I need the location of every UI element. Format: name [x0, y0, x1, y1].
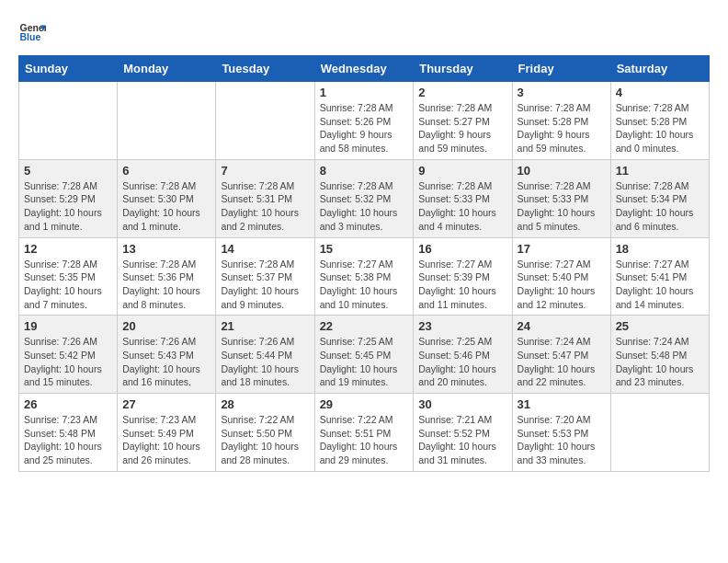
calendar-cell: 31Sunrise: 7:20 AM Sunset: 5:53 PM Dayli… [512, 394, 610, 472]
weekday-header: Monday [118, 56, 216, 82]
day-info: Sunrise: 7:28 AM Sunset: 5:34 PM Dayligh… [616, 179, 704, 234]
day-info: Sunrise: 7:26 AM Sunset: 5:42 PM Dayligh… [24, 335, 112, 389]
calendar-cell: 11Sunrise: 7:28 AM Sunset: 5:34 PM Dayli… [610, 159, 709, 237]
day-number: 23 [418, 319, 506, 333]
calendar-cell: 16Sunrise: 7:27 AM Sunset: 5:39 PM Dayli… [414, 237, 512, 316]
day-info: Sunrise: 7:23 AM Sunset: 5:48 PM Dayligh… [24, 413, 112, 467]
calendar-week-row: 1Sunrise: 7:28 AM Sunset: 5:26 PM Daylig… [19, 82, 710, 160]
calendar-week-row: 12Sunrise: 7:28 AM Sunset: 5:35 PM Dayli… [19, 237, 710, 316]
day-number: 30 [418, 397, 506, 411]
day-number: 16 [418, 242, 506, 256]
calendar-cell: 23Sunrise: 7:25 AM Sunset: 5:46 PM Dayli… [414, 316, 512, 394]
day-info: Sunrise: 7:27 AM Sunset: 5:39 PM Dayligh… [418, 258, 506, 312]
day-info: Sunrise: 7:27 AM Sunset: 5:41 PM Dayligh… [616, 258, 704, 312]
calendar-cell: 6Sunrise: 7:28 AM Sunset: 5:30 PM Daylig… [118, 159, 216, 237]
day-number: 10 [518, 164, 606, 178]
calendar-cell: 22Sunrise: 7:25 AM Sunset: 5:45 PM Dayli… [314, 316, 414, 394]
calendar-cell: 20Sunrise: 7:26 AM Sunset: 5:43 PM Dayli… [118, 316, 216, 394]
day-info: Sunrise: 7:21 AM Sunset: 5:52 PM Dayligh… [418, 413, 506, 467]
logo: General Blue [18, 18, 46, 46]
day-info: Sunrise: 7:26 AM Sunset: 5:43 PM Dayligh… [122, 335, 210, 389]
calendar-cell: 26Sunrise: 7:23 AM Sunset: 5:48 PM Dayli… [19, 394, 118, 472]
day-info: Sunrise: 7:28 AM Sunset: 5:27 PM Dayligh… [418, 101, 506, 155]
calendar-cell: 10Sunrise: 7:28 AM Sunset: 5:33 PM Dayli… [512, 159, 610, 237]
svg-text:Blue: Blue [20, 31, 41, 42]
calendar-header-row: SundayMondayTuesdayWednesdayThursdayFrid… [19, 56, 710, 82]
calendar-cell: 2Sunrise: 7:28 AM Sunset: 5:27 PM Daylig… [414, 82, 512, 160]
day-number: 1 [320, 86, 409, 99]
calendar-cell: 1Sunrise: 7:28 AM Sunset: 5:26 PM Daylig… [314, 82, 414, 160]
calendar-cell: 30Sunrise: 7:21 AM Sunset: 5:52 PM Dayli… [414, 394, 512, 472]
calendar-table: SundayMondayTuesdayWednesdayThursdayFrid… [18, 55, 710, 472]
day-number: 24 [518, 319, 606, 333]
calendar-cell: 5Sunrise: 7:28 AM Sunset: 5:29 PM Daylig… [19, 159, 118, 237]
day-info: Sunrise: 7:27 AM Sunset: 5:38 PM Dayligh… [320, 258, 409, 312]
calendar-cell: 13Sunrise: 7:28 AM Sunset: 5:36 PM Dayli… [118, 237, 216, 316]
day-number: 6 [122, 164, 210, 178]
day-number: 27 [122, 397, 210, 411]
day-info: Sunrise: 7:28 AM Sunset: 5:29 PM Dayligh… [24, 179, 112, 234]
day-number: 11 [616, 164, 704, 178]
calendar-week-row: 19Sunrise: 7:26 AM Sunset: 5:42 PM Dayli… [19, 316, 710, 394]
calendar-cell: 15Sunrise: 7:27 AM Sunset: 5:38 PM Dayli… [314, 237, 414, 316]
day-info: Sunrise: 7:28 AM Sunset: 5:36 PM Dayligh… [122, 258, 210, 312]
calendar-cell: 29Sunrise: 7:22 AM Sunset: 5:51 PM Dayli… [314, 394, 414, 472]
day-info: Sunrise: 7:25 AM Sunset: 5:46 PM Dayligh… [418, 335, 506, 389]
day-number: 21 [221, 319, 309, 333]
calendar-cell: 28Sunrise: 7:22 AM Sunset: 5:50 PM Dayli… [216, 394, 314, 472]
day-info: Sunrise: 7:28 AM Sunset: 5:35 PM Dayligh… [24, 258, 112, 312]
calendar-cell: 19Sunrise: 7:26 AM Sunset: 5:42 PM Dayli… [19, 316, 118, 394]
day-info: Sunrise: 7:28 AM Sunset: 5:37 PM Dayligh… [221, 258, 309, 312]
day-info: Sunrise: 7:28 AM Sunset: 5:26 PM Dayligh… [320, 101, 409, 155]
day-number: 3 [518, 86, 606, 99]
day-info: Sunrise: 7:26 AM Sunset: 5:44 PM Dayligh… [221, 335, 309, 389]
day-info: Sunrise: 7:23 AM Sunset: 5:49 PM Dayligh… [122, 413, 210, 467]
day-number: 25 [616, 319, 704, 333]
day-info: Sunrise: 7:27 AM Sunset: 5:40 PM Dayligh… [518, 258, 606, 312]
day-info: Sunrise: 7:28 AM Sunset: 5:33 PM Dayligh… [518, 179, 606, 234]
day-info: Sunrise: 7:28 AM Sunset: 5:28 PM Dayligh… [616, 101, 704, 155]
calendar-week-row: 5Sunrise: 7:28 AM Sunset: 5:29 PM Daylig… [19, 159, 710, 237]
day-info: Sunrise: 7:28 AM Sunset: 5:32 PM Dayligh… [320, 179, 409, 234]
day-info: Sunrise: 7:28 AM Sunset: 5:31 PM Dayligh… [221, 179, 309, 234]
calendar-cell: 18Sunrise: 7:27 AM Sunset: 5:41 PM Dayli… [610, 237, 709, 316]
day-number: 22 [320, 319, 409, 333]
calendar-cell: 17Sunrise: 7:27 AM Sunset: 5:40 PM Dayli… [512, 237, 610, 316]
day-number: 31 [518, 397, 606, 411]
logo-icon: General Blue [18, 18, 46, 46]
calendar-cell: 3Sunrise: 7:28 AM Sunset: 5:28 PM Daylig… [512, 82, 610, 160]
day-number: 18 [616, 242, 704, 256]
day-number: 4 [616, 86, 704, 99]
weekday-header: Sunday [19, 56, 118, 82]
calendar-cell: 8Sunrise: 7:28 AM Sunset: 5:32 PM Daylig… [314, 159, 414, 237]
day-number: 15 [320, 242, 409, 256]
day-number: 29 [320, 397, 409, 411]
day-number: 26 [24, 397, 112, 411]
day-number: 14 [221, 242, 309, 256]
calendar-week-row: 26Sunrise: 7:23 AM Sunset: 5:48 PM Dayli… [19, 394, 710, 472]
weekday-header: Tuesday [216, 56, 314, 82]
day-number: 5 [24, 164, 112, 178]
day-info: Sunrise: 7:24 AM Sunset: 5:47 PM Dayligh… [518, 335, 606, 389]
weekday-header: Thursday [414, 56, 512, 82]
day-info: Sunrise: 7:28 AM Sunset: 5:33 PM Dayligh… [418, 179, 506, 234]
day-number: 2 [418, 86, 506, 99]
calendar-cell: 14Sunrise: 7:28 AM Sunset: 5:37 PM Dayli… [216, 237, 314, 316]
day-info: Sunrise: 7:22 AM Sunset: 5:51 PM Dayligh… [320, 413, 409, 467]
calendar-cell [216, 82, 314, 160]
weekday-header: Wednesday [314, 56, 414, 82]
calendar-cell: 4Sunrise: 7:28 AM Sunset: 5:28 PM Daylig… [610, 82, 709, 160]
day-number: 12 [24, 242, 112, 256]
day-info: Sunrise: 7:28 AM Sunset: 5:28 PM Dayligh… [518, 101, 606, 155]
weekday-header: Friday [512, 56, 610, 82]
calendar-cell [118, 82, 216, 160]
day-number: 17 [518, 242, 606, 256]
day-info: Sunrise: 7:22 AM Sunset: 5:50 PM Dayligh… [221, 413, 309, 467]
day-number: 28 [221, 397, 309, 411]
calendar-cell: 25Sunrise: 7:24 AM Sunset: 5:48 PM Dayli… [610, 316, 709, 394]
day-info: Sunrise: 7:24 AM Sunset: 5:48 PM Dayligh… [616, 335, 704, 389]
calendar-cell: 7Sunrise: 7:28 AM Sunset: 5:31 PM Daylig… [216, 159, 314, 237]
day-info: Sunrise: 7:25 AM Sunset: 5:45 PM Dayligh… [320, 335, 409, 389]
day-number: 7 [221, 164, 309, 178]
day-info: Sunrise: 7:28 AM Sunset: 5:30 PM Dayligh… [122, 179, 210, 234]
